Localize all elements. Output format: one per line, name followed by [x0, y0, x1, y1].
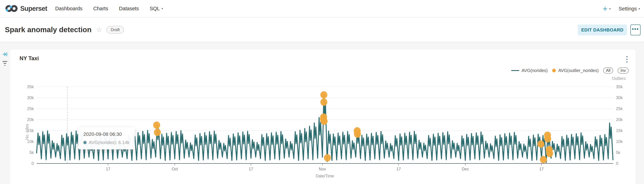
page: Superset Dashboards Charts Datasets SQL▾… — [0, 0, 644, 184]
edit-dashboard-button[interactable]: EDIT DASHBOARD — [578, 24, 627, 35]
brand[interactable]: Superset — [5, 3, 47, 14]
plus-icon: + — [603, 5, 608, 13]
nav-links: Dashboards Charts Datasets SQL▾ — [55, 6, 163, 11]
chevron-down-icon: ▾ — [609, 7, 610, 10]
chart-menu-kebab-icon[interactable] — [626, 56, 628, 63]
tooltip-series-value: AVG(norides): 6.14k — [89, 140, 130, 145]
tooltip-date: 2020-09-08 06:30 — [83, 131, 130, 137]
navbar: Superset Dashboards Charts Datasets SQL▾… — [0, 0, 644, 17]
nav-item-sql[interactable]: SQL▾ — [150, 6, 163, 11]
nav-item-charts[interactable]: Charts — [93, 6, 108, 11]
tooltip-series-row: AVG(norides): 6.14k — [83, 140, 130, 145]
legend: AVG(norides) AVG(outlier_norides) All In… — [511, 68, 629, 74]
new-item-button[interactable]: + ▾ — [603, 5, 610, 13]
chevron-down-icon: ▾ — [638, 7, 640, 10]
filter-icon[interactable] — [2, 61, 8, 66]
legend-line-swatch — [511, 70, 519, 71]
settings-menu[interactable]: Settings ▾ — [618, 6, 640, 12]
chart-title: NY Taxi — [20, 55, 39, 62]
nav-right: + ▾ Settings ▾ — [603, 0, 640, 17]
dashboard-menu-button[interactable]: ••• — [630, 24, 640, 35]
chevron-down-icon: ▾ — [162, 7, 163, 10]
draft-badge: Draft — [106, 26, 124, 34]
dashboard-header: Spark anomaly detection ☆ Draft EDIT DAS… — [0, 18, 644, 42]
nav-item-dashboards[interactable]: Dashboards — [55, 6, 82, 11]
outliers-inv-button[interactable]: Inv — [618, 68, 629, 74]
tooltip-series-dot — [83, 141, 86, 144]
nav-item-datasets[interactable]: Datasets — [119, 6, 139, 11]
outliers-label: Outliers — [612, 76, 626, 81]
expand-filter-bar-icon[interactable] — [2, 51, 8, 57]
favorite-star-icon[interactable]: ☆ — [96, 26, 102, 33]
brand-text: Superset — [20, 5, 47, 12]
outliers-all-button[interactable]: All — [603, 68, 613, 74]
legend-dot-swatch — [552, 69, 556, 72]
chart-tooltip: 2020-09-08 06:30 AVG(norides): 6.14k — [78, 127, 135, 149]
page-title: Spark anomaly detection — [5, 26, 92, 34]
legend-item-norides[interactable]: AVG(norides) — [511, 68, 548, 73]
ellipsis-icon: ••• — [632, 26, 639, 33]
superset-logo-icon — [5, 3, 18, 14]
legend-item-outlier-norides[interactable]: AVG(outlier_norides) — [552, 68, 599, 73]
